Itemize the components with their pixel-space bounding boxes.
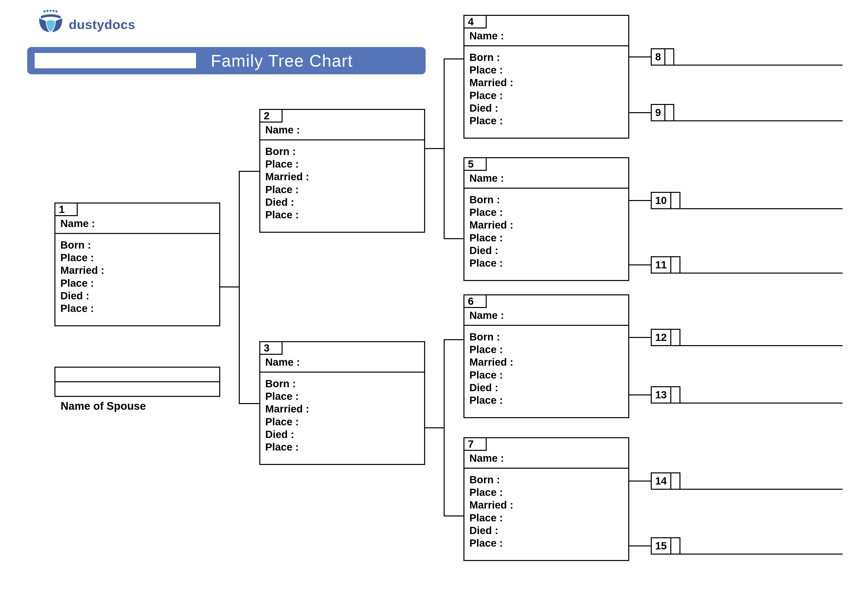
slot-line-10[interactable]: [680, 208, 843, 209]
born-label: Born :: [265, 377, 419, 390]
place-label: Place :: [470, 368, 623, 381]
place-label: Place :: [470, 537, 623, 549]
connector: [629, 264, 651, 266]
logo-icon: [37, 10, 64, 33]
detail-block: Born : Place : Married : Place : Died : …: [465, 328, 628, 410]
connector: [444, 516, 463, 516]
connector: [425, 148, 444, 149]
died-label: Died :: [470, 381, 623, 394]
spouse-bottom-field[interactable]: [56, 382, 219, 396]
name-label: Name :: [260, 123, 424, 140]
place-label: Place :: [265, 158, 419, 170]
detail-block: Born : Place : Married : Place : Died : …: [465, 470, 628, 553]
married-label: Married :: [265, 403, 419, 415]
title-blank-input[interactable]: [35, 53, 196, 68]
detail-block: Born : Place : Married : Place : Died : …: [260, 375, 424, 457]
connector: [444, 58, 463, 59]
person-box-3[interactable]: 3 Name : Born : Place : Married : Place …: [259, 341, 425, 465]
born-label: Born :: [470, 473, 623, 486]
connector: [239, 403, 259, 404]
place-label: Place :: [265, 183, 419, 196]
name-label: Name :: [465, 451, 628, 469]
place-label: Place :: [470, 232, 623, 244]
died-label: Died :: [265, 428, 419, 441]
connector: [220, 286, 239, 288]
place-label: Place :: [470, 206, 623, 219]
person-number-ext: [474, 15, 487, 28]
slot-line-11[interactable]: [680, 273, 843, 274]
person-slot-11[interactable]: 11: [651, 256, 680, 274]
person-number-14: 14: [651, 473, 671, 490]
svg-point-3: [53, 10, 54, 12]
place-label: Place :: [60, 251, 214, 264]
person-slot-8[interactable]: 8: [651, 48, 674, 65]
person-number-15: 15: [651, 537, 671, 555]
person-number-10: 10: [651, 192, 671, 209]
person-slot-12[interactable]: 12: [651, 329, 680, 346]
slot-line-15[interactable]: [680, 553, 843, 555]
place-label: Place :: [60, 302, 214, 315]
name-label: Name :: [465, 308, 628, 326]
born-label: Born :: [265, 145, 419, 158]
person-number-ext: [270, 341, 282, 355]
svg-point-2: [50, 10, 51, 12]
spouse-top-field[interactable]: [56, 368, 219, 382]
married-label: Married :: [265, 170, 419, 183]
place-label: Place :: [60, 277, 214, 289]
slot-line-9[interactable]: [674, 120, 843, 121]
slot-line-12[interactable]: [680, 345, 843, 346]
detail-block: Born : Place : Married : Place : Died : …: [56, 236, 219, 319]
connector: [629, 395, 651, 395]
person-slot-15[interactable]: 15: [651, 537, 680, 555]
connector: [629, 56, 651, 58]
connector: [629, 337, 651, 338]
spouse-label: Name of Spouse: [60, 400, 146, 412]
person-number-ext: [270, 109, 282, 123]
person-slot-10[interactable]: 10: [651, 192, 680, 209]
person-box-1[interactable]: 1 Name : Born : Place : Married : Place …: [54, 202, 220, 326]
spouse-box[interactable]: [54, 367, 220, 397]
person-slot-9[interactable]: 9: [651, 104, 674, 121]
married-label: Married :: [470, 76, 623, 89]
person-box-4[interactable]: 4 Name : Born : Place : Married : Place …: [463, 15, 629, 138]
detail-block: Born : Place : Married : Place : Died : …: [465, 48, 628, 131]
place-label: Place :: [470, 257, 623, 269]
connector: [239, 171, 259, 172]
page-title: Family Tree Chart: [211, 51, 353, 70]
slot-line-13[interactable]: [680, 403, 843, 404]
person-box-5[interactable]: 5 Name : Born : Place : Married : Place …: [463, 157, 629, 281]
person-slot-14[interactable]: 14: [651, 473, 680, 490]
person-box-2[interactable]: 2 Name : Born : Place : Married : Place …: [259, 109, 425, 233]
connector: [425, 427, 444, 428]
place-label: Place :: [470, 89, 623, 102]
person-number-ext: [474, 294, 487, 308]
born-label: Born :: [470, 51, 623, 64]
born-label: Born :: [470, 193, 623, 206]
connector: [444, 339, 463, 340]
name-label: Name :: [465, 28, 628, 46]
slot-line-14[interactable]: [680, 489, 843, 490]
detail-block: Born : Place : Married : Place : Died : …: [260, 142, 424, 225]
married-label: Married :: [60, 264, 214, 277]
place-label: Place :: [470, 511, 623, 524]
married-label: Married :: [470, 219, 623, 231]
brand-name: dustydocs: [69, 17, 135, 33]
born-label: Born :: [470, 331, 623, 343]
svg-point-4: [56, 10, 57, 12]
person-number-ext: [474, 437, 487, 451]
person-box-6[interactable]: 6 Name : Born : Place : Married : Place …: [463, 294, 629, 418]
person-number-11: 11: [651, 256, 671, 274]
place-label: Place :: [470, 486, 623, 499]
died-label: Died :: [60, 289, 214, 302]
place-label: Place :: [265, 441, 419, 453]
married-label: Married :: [470, 356, 623, 368]
person-number-12: 12: [651, 329, 671, 346]
place-label: Place :: [470, 343, 623, 356]
place-label: Place :: [265, 415, 419, 428]
name-label: Name :: [56, 216, 219, 234]
place-label: Place :: [470, 394, 623, 407]
person-box-7[interactable]: 7 Name : Born : Place : Married : Place …: [463, 437, 629, 561]
detail-block: Born : Place : Married : Place : Died : …: [465, 190, 628, 273]
slot-line-8[interactable]: [674, 65, 843, 65]
person-slot-13[interactable]: 13: [651, 386, 680, 404]
